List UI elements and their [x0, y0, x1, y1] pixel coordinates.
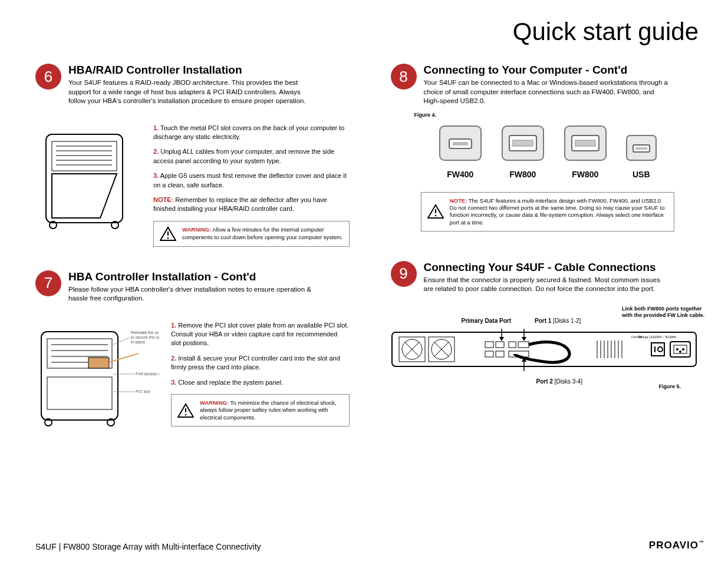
section-9: 9 Connecting Your S4UF - Cable Connectio…	[391, 261, 705, 385]
section-8-title: Connecting to Your Computer - Cont'd	[424, 64, 671, 77]
svg-text:to secure the card: to secure the card	[131, 335, 159, 339]
footer-product: S4UF | FW800 Storage Array with Multi-in…	[35, 542, 261, 551]
rear-panel-diagram: Primary Data Port Port 1 [Disks 1-2] Lin…	[391, 318, 705, 385]
note-box-8: NOTE: The S4UF features a multi-interfac…	[421, 192, 674, 232]
illustration-computer-open	[35, 124, 141, 230]
s8-note: The S4UF features a multi-interface desi…	[450, 197, 665, 226]
section-6: 6 HBA/RAID Controller Installation Your …	[35, 64, 350, 247]
port-label-fw800-2: FW800	[562, 170, 608, 179]
port-fw400-icon	[437, 123, 483, 164]
section-8-desc: Your S4UF can be connected to a Mac or W…	[424, 78, 671, 106]
svg-line-24	[113, 338, 130, 345]
section-9-desc: Ensure that the connector is properly se…	[424, 276, 671, 294]
svg-point-31	[185, 414, 187, 415]
svg-rect-19	[47, 377, 112, 409]
step-badge-6: 6	[35, 64, 61, 90]
figure-4-label: Figure 4.	[414, 112, 705, 118]
step-badge-7: 7	[35, 270, 61, 296]
port-label-fw800-1: FW800	[500, 170, 546, 179]
s6-note: Remember to replace the air deflector af…	[153, 196, 327, 212]
svg-rect-37	[513, 140, 533, 146]
callout-a: Reinstall the screw	[131, 330, 159, 335]
note-label: NOTE:	[450, 197, 467, 204]
footer-brand: PROAVIO™	[649, 540, 704, 551]
s7-step2: Install & secure your PCI controller car…	[171, 355, 340, 371]
svg-point-83	[682, 348, 684, 351]
figure-5-label: Figure 5.	[658, 384, 681, 389]
svg-point-84	[679, 351, 681, 353]
warning-box-7: WARNING: To minimize the chance of elect…	[171, 394, 350, 427]
port-label-fw400: FW400	[437, 170, 483, 179]
svg-rect-43	[635, 147, 647, 150]
illustration-pci-install: Reinstall the screw to secure the card i…	[35, 321, 159, 427]
svg-line-21	[109, 353, 139, 362]
section-6-title: HBA/RAID Controller Installation	[68, 64, 316, 77]
s6-step3: Apple G5 users must first remove the def…	[153, 172, 347, 188]
svg-rect-40	[575, 140, 595, 146]
warning-icon	[427, 204, 444, 219]
page-footer: S4UF | FW800 Storage Array with Multi-in…	[35, 540, 704, 551]
label-port2-sub: [Disks 3-4]	[555, 378, 582, 385]
warning-box-6: WARNING: Allow a few minutes for the int…	[153, 221, 350, 247]
port-fw800-icon	[500, 123, 546, 164]
section-7-desc: Please follow your HBA controller's driv…	[68, 285, 316, 303]
label-port1-sub: [Disks 1-2]	[553, 318, 581, 324]
label-link-note: Link both FW800 ports together with the …	[622, 306, 704, 319]
label-primary-port: Primary Data Port	[462, 318, 511, 324]
section-8: 8 Connecting to Your Computer - Cont'd Y…	[391, 64, 705, 232]
ports-illustration: FW400 FW800 FW800	[391, 123, 705, 179]
left-column: 6 HBA/RAID Controller Installation Your …	[35, 64, 350, 451]
s7-step3: Close and replace the system panel.	[178, 379, 283, 386]
svg-point-12	[167, 237, 169, 239]
svg-rect-20	[88, 358, 109, 368]
callout-b: Port access opening	[136, 372, 159, 376]
step-badge-9: 9	[391, 261, 417, 287]
right-column: 8 Connecting to Your Computer - Cont'd Y…	[391, 64, 705, 451]
section-7-title: HBA Controller Installation - Cont'd	[68, 270, 316, 283]
warning-icon	[160, 226, 176, 242]
port-label-usb: USB	[625, 170, 658, 179]
svg-point-82	[676, 348, 678, 351]
port-usb-icon	[625, 133, 658, 164]
warn-label: WARNING:	[200, 399, 229, 406]
svg-point-46	[434, 215, 436, 217]
svg-text:in place.: in place.	[131, 340, 146, 345]
label-rating: Ratings 115/230V ~ 50,60Hz	[638, 335, 677, 339]
s6-step2: Unplug ALL cables from your computer, an…	[153, 148, 334, 164]
s7-step1: Remove the PCI slot cover plate from an …	[171, 322, 348, 347]
step-badge-8: 8	[391, 64, 417, 90]
label-port2: Port 2	[536, 378, 553, 385]
section-6-desc: Your S4UF features a RAID-ready JBOD arc…	[68, 78, 316, 106]
svg-rect-34	[453, 142, 468, 146]
s6-step1: Touch the metal PCI slot covers on the b…	[153, 124, 344, 140]
section-9-title: Connecting Your S4UF - Cable Connections	[424, 261, 671, 274]
port-fw800-icon	[562, 123, 608, 164]
warning-icon	[177, 403, 194, 418]
content-columns: 6 HBA/RAID Controller Installation Your …	[35, 64, 704, 451]
warn-label: WARNING:	[182, 226, 211, 233]
svg-marker-7	[52, 174, 117, 218]
callout-c: PCI slot	[136, 389, 150, 394]
page-title: Quick start guide	[35, 18, 699, 46]
section-7: 7 HBA Controller Installation - Cont'd P…	[35, 270, 350, 427]
note-label: NOTE:	[153, 196, 173, 203]
label-port1: Port 1	[535, 318, 551, 324]
